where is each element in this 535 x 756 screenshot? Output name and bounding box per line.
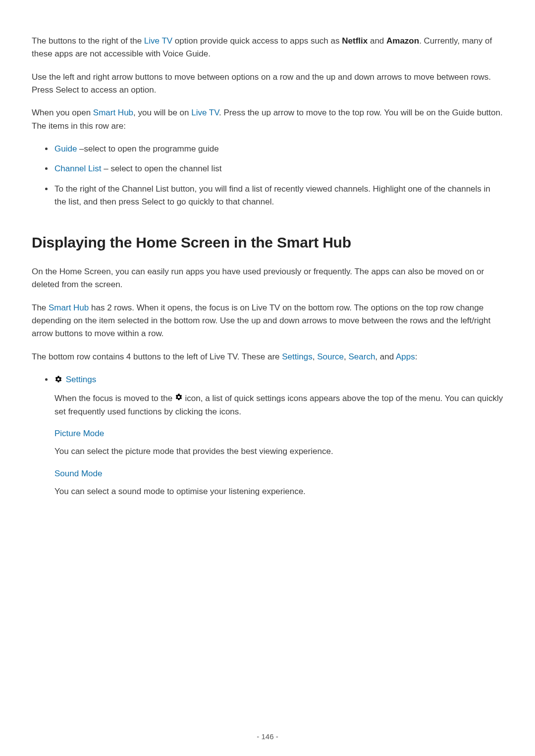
- link-apps[interactable]: Apps: [396, 352, 415, 361]
- text: When you open: [32, 108, 93, 117]
- text: When the focus is moved to the: [54, 394, 175, 403]
- link-settings[interactable]: Settings: [66, 375, 96, 384]
- row-items-list: Guide –select to open the programme guid…: [32, 143, 503, 208]
- text: The: [32, 303, 49, 312]
- settings-description: When the focus is moved to the icon, a l…: [54, 392, 503, 418]
- link-channel-list[interactable]: Channel List: [54, 164, 102, 173]
- text: has 2 rows. When it opens, the focus is …: [32, 303, 490, 339]
- paragraph-4: On the Home Screen, you can easily run a…: [32, 265, 503, 292]
- paragraph-2: Use the left and right arrow buttons to …: [32, 71, 503, 97]
- settings-heading: Settings: [54, 373, 503, 387]
- text: option provide quick access to apps such…: [172, 36, 342, 46]
- gear-icon: [175, 394, 183, 403]
- link-live-tv[interactable]: Live TV: [191, 108, 219, 117]
- paragraph-6: The bottom row contains 4 buttons to the…: [32, 351, 503, 363]
- list-item: Channel List – select to open the channe…: [54, 162, 503, 175]
- link-guide[interactable]: Guide: [54, 144, 77, 153]
- picture-mode-description: You can select the picture mode that pro…: [54, 445, 503, 458]
- paragraph-5: The Smart Hub has 2 rows. When it opens,…: [32, 302, 503, 341]
- link-settings[interactable]: Settings: [282, 352, 312, 361]
- bold-amazon: Amazon: [386, 36, 419, 46]
- text: :: [415, 352, 418, 361]
- text: and: [368, 36, 386, 46]
- link-live-tv[interactable]: Live TV: [144, 36, 172, 46]
- text: The buttons to the right of the: [32, 36, 144, 46]
- link-search[interactable]: Search: [348, 352, 375, 361]
- text: , you will be on: [133, 108, 191, 117]
- paragraph-1: The buttons to the right of the Live TV …: [32, 35, 503, 61]
- page-number: - 146 -: [0, 731, 535, 742]
- text: , and: [375, 352, 396, 361]
- list-item: Guide –select to open the programme guid…: [54, 143, 503, 155]
- bold-netflix: Netflix: [342, 36, 368, 46]
- text: ,: [313, 352, 317, 361]
- sound-mode-heading: Sound Mode: [54, 467, 503, 480]
- link-sound-mode[interactable]: Sound Mode: [54, 469, 102, 478]
- text: To the right of the Channel List button,…: [54, 184, 490, 206]
- link-source[interactable]: Source: [317, 352, 344, 361]
- bottom-row-buttons-list: Settings When the focus is moved to the …: [32, 373, 503, 498]
- text: The bottom row contains 4 buttons to the…: [32, 352, 282, 361]
- text: –select to open the programme guide: [77, 144, 218, 153]
- gear-icon: [54, 374, 62, 387]
- link-picture-mode[interactable]: Picture Mode: [54, 429, 104, 438]
- link-smart-hub[interactable]: Smart Hub: [49, 303, 89, 312]
- sound-mode-description: You can select a sound mode to optimise …: [54, 485, 503, 498]
- text: – select to open the channel list: [102, 164, 222, 173]
- section-heading: Displaying the Home Screen in the Smart …: [32, 231, 503, 254]
- paragraph-3: When you open Smart Hub, you will be on …: [32, 106, 503, 133]
- picture-mode-heading: Picture Mode: [54, 427, 503, 440]
- list-item-settings: Settings When the focus is moved to the …: [54, 373, 503, 498]
- link-smart-hub[interactable]: Smart Hub: [93, 108, 133, 117]
- list-item: To the right of the Channel List button,…: [54, 183, 503, 209]
